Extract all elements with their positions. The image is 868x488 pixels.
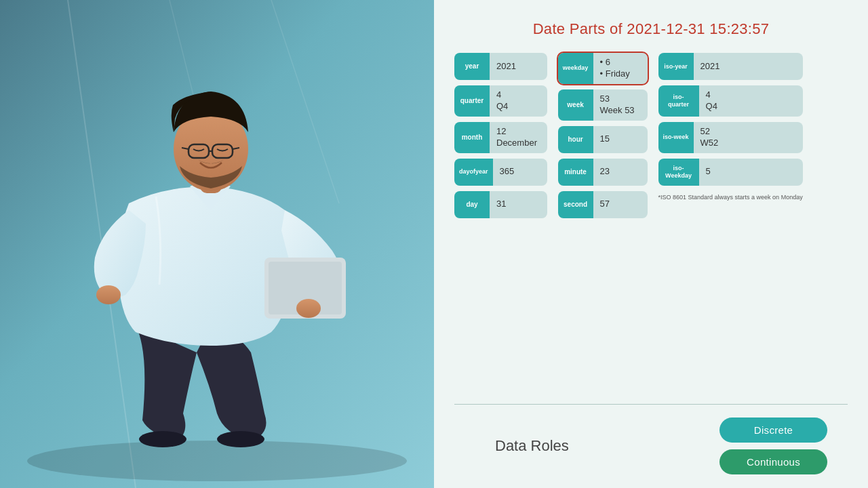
quarter-label: quarter [454, 85, 490, 117]
quarter-item: quarter 4Q4 [454, 85, 547, 117]
year-label: year [454, 53, 490, 80]
title-prefix: Date Parts of [533, 20, 627, 37]
data-roles-buttons: Discrete Continuous [719, 418, 848, 474]
title-date: 2021-12-31 15:23:57 [627, 20, 769, 37]
background-image [0, 0, 434, 488]
left-column: year 2021 quarter 4Q4 month 12December d… [454, 53, 547, 218]
svg-point-4 [27, 441, 407, 481]
data-roles-label: Data Roles [454, 418, 719, 474]
weekday-item: weekday • 6• Friday [558, 53, 648, 84]
svg-point-10 [296, 299, 321, 318]
iso-weekday-value: 5 [699, 159, 803, 186]
year-value: 2021 [490, 53, 547, 80]
left-image-panel [0, 0, 434, 488]
second-label: second [558, 191, 593, 218]
second-value: 57 [593, 191, 648, 218]
week-item: week 53Week 53 [558, 89, 648, 121]
hour-item: hour 15 [558, 126, 648, 153]
day-item: day 31 [454, 191, 547, 218]
week-value: 53Week 53 [593, 89, 648, 121]
dayofyear-item: dayofyear 365 [454, 159, 547, 186]
bottom-area: Data Roles Discrete Continuous [454, 218, 848, 474]
continuous-button[interactable]: Continuous [719, 449, 827, 474]
iso-quarter-value: 4Q4 [699, 85, 803, 117]
quarter-value: 4Q4 [490, 85, 547, 117]
week-label: week [558, 89, 593, 121]
iso-week-value: 52W52 [694, 122, 803, 153]
data-roles-section: Data Roles Discrete Continuous [454, 404, 848, 474]
iso-note: *ISO 8601 Standard always starts a week … [658, 194, 803, 202]
iso-year-label: iso-year [658, 53, 694, 80]
date-parts-grid: year 2021 quarter 4Q4 month 12December d… [454, 53, 848, 218]
hour-label: hour [558, 126, 593, 153]
iso-year-value: 2021 [694, 53, 803, 80]
month-item: month 12December [454, 122, 547, 153]
discrete-button[interactable]: Discrete [719, 418, 827, 443]
svg-point-9 [96, 285, 121, 304]
iso-week-label: iso-week [658, 122, 694, 153]
month-label: month [454, 122, 490, 153]
minute-item: minute 23 [558, 159, 648, 186]
iso-week-item: iso-week 52W52 [658, 122, 803, 153]
weekday-label: weekday [558, 53, 593, 84]
iso-year-item: iso-year 2021 [658, 53, 803, 80]
iso-quarter-label: iso-quarter [658, 85, 699, 117]
minute-value: 23 [593, 159, 648, 186]
dayofyear-label: dayofyear [454, 159, 493, 186]
day-value: 31 [490, 191, 547, 218]
hour-value: 15 [593, 126, 648, 153]
day-label: day [454, 191, 490, 218]
right-panel: Date Parts of 2021-12-31 15:23:57 year 2… [434, 0, 868, 488]
weekday-value: • 6• Friday [593, 53, 648, 84]
right-column: iso-year 2021 iso-quarter 4Q4 iso-week 5… [658, 53, 803, 218]
iso-weekday-item: iso-Weekday 5 [658, 159, 803, 186]
middle-column: weekday • 6• Friday week 53Week 53 hour … [558, 53, 648, 218]
page-title: Date Parts of 2021-12-31 15:23:57 [454, 20, 848, 38]
dayofyear-value: 365 [493, 159, 547, 186]
svg-point-5 [139, 431, 186, 447]
svg-point-6 [217, 431, 264, 447]
iso-quarter-item: iso-quarter 4Q4 [658, 85, 803, 117]
iso-weekday-label: iso-Weekday [658, 159, 699, 186]
month-value: 12December [490, 122, 547, 153]
second-item: second 57 [558, 191, 648, 218]
minute-label: minute [558, 159, 593, 186]
year-item: year 2021 [454, 53, 547, 80]
